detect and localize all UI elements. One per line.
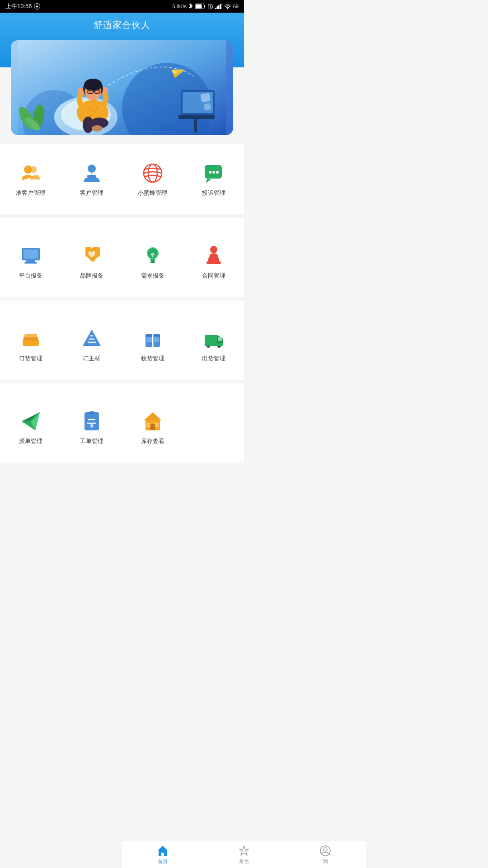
material-order-icon (80, 327, 103, 350)
workorder-mgmt-label: 工单管理 (80, 438, 103, 445)
menu-item-customer-mgmt[interactable]: 客户管理 (61, 153, 122, 205)
order-mgmt-icon (19, 327, 42, 350)
svg-point-64 (209, 171, 211, 174)
svg-marker-81 (83, 330, 101, 346)
contract-mgmt-label: 合同管理 (202, 272, 225, 280)
svg-rect-12 (218, 5, 220, 9)
menu-item-material-order[interactable]: 订主材 (61, 319, 122, 371)
prospect-mgmt-label: 准客户管理 (16, 189, 45, 197)
complaint-mgmt-icon (202, 161, 225, 185)
demand-record-icon (141, 244, 164, 268)
svg-rect-10 (215, 8, 216, 9)
menu-item-receive-mgmt[interactable]: 收货管理 (122, 319, 183, 371)
svg-rect-106 (150, 424, 155, 430)
network-speed: 5.8K/s (173, 4, 187, 9)
bluetooth-icon (188, 3, 193, 9)
svg-point-32 (87, 108, 89, 111)
svg-rect-68 (23, 250, 38, 259)
svg-rect-89 (153, 337, 159, 342)
svg-rect-76 (208, 258, 219, 261)
signal-icon (215, 4, 222, 9)
menu-grid-1: 准客户管理 客户管理 (0, 153, 244, 205)
svg-rect-27 (204, 103, 211, 110)
svg-point-56 (30, 166, 37, 173)
menu-section-4: 派单管理 (0, 392, 244, 462)
flash-icon (34, 3, 40, 9)
svg-point-75 (210, 246, 217, 253)
svg-marker-63 (206, 179, 211, 183)
contract-mgmt-icon (202, 244, 225, 268)
menu-grid-2: 平台报备 品牌报备 (0, 236, 244, 288)
menu-item-ship-mgmt[interactable]: 出货管理 (183, 319, 244, 371)
menu-item-bee-mgmt[interactable]: 小蜜蜂管理 (122, 153, 183, 205)
complaint-mgmt-label: 投诉管理 (202, 189, 225, 197)
menu-item-demand-record[interactable]: 需求报备 (122, 236, 183, 288)
svg-rect-78 (23, 340, 39, 346)
svg-point-60 (144, 164, 162, 182)
main-content: 准客户管理 客户管理 (0, 144, 244, 462)
svg-rect-49 (95, 90, 99, 93)
brand-record-label: 品牌报备 (80, 272, 103, 280)
svg-point-35 (96, 108, 99, 110)
status-time-area: 上午10:56 (5, 2, 40, 10)
battery-level: 69 (233, 4, 239, 9)
banner-illustration (11, 40, 233, 135)
banner-card (11, 40, 233, 135)
receive-mgmt-label: 收货管理 (141, 355, 164, 363)
svg-point-66 (216, 171, 219, 174)
bee-mgmt-label: 小蜜蜂管理 (138, 189, 167, 197)
receive-mgmt-icon (141, 327, 164, 350)
battery-icon (195, 4, 206, 9)
svg-line-7 (210, 7, 211, 8)
svg-point-65 (212, 171, 215, 174)
svg-rect-80 (24, 334, 37, 338)
menu-grid-3: 订货管理 订主材 (0, 319, 244, 371)
svg-point-33 (93, 111, 95, 113)
menu-item-complaint-mgmt[interactable]: 投诉管理 (183, 153, 244, 205)
svg-point-57 (88, 165, 96, 173)
menu-item-prospect-mgmt[interactable]: 准客户管理 (0, 153, 61, 205)
svg-marker-105 (145, 413, 161, 420)
svg-point-37 (83, 117, 94, 133)
ship-mgmt-label: 出货管理 (202, 355, 225, 363)
svg-rect-26 (201, 93, 211, 103)
svg-point-34 (89, 115, 92, 117)
svg-rect-69 (26, 260, 35, 262)
menu-section-2: 平台报备 品牌报备 (0, 227, 244, 297)
svg-rect-95 (205, 343, 223, 346)
svg-rect-23 (194, 119, 197, 132)
order-mgmt-label: 订货管理 (19, 355, 42, 363)
inventory-icon (141, 410, 164, 433)
menu-item-order-mgmt[interactable]: 订货管理 (0, 319, 61, 371)
menu-item-workorder-mgmt[interactable]: 工单管理 (61, 401, 122, 453)
svg-rect-28 (178, 115, 215, 118)
divider-3 (0, 380, 244, 383)
bee-mgmt-icon (141, 161, 164, 185)
svg-rect-88 (146, 337, 152, 342)
svg-rect-72 (150, 261, 155, 263)
svg-rect-14 (221, 4, 222, 9)
ship-mgmt-icon (202, 327, 225, 350)
dispatch-mgmt-icon (19, 410, 42, 433)
platform-record-icon (19, 244, 42, 268)
svg-rect-92 (218, 337, 222, 341)
banner-wrapper (0, 40, 244, 135)
svg-marker-1 (36, 4, 38, 9)
menu-item-brand-record[interactable]: 品牌报备 (61, 236, 122, 288)
customer-mgmt-label: 客户管理 (80, 189, 103, 197)
svg-rect-11 (216, 6, 218, 9)
menu-item-platform-record[interactable]: 平台报备 (0, 236, 61, 288)
wifi-icon (224, 4, 231, 9)
svg-point-15 (227, 8, 228, 9)
nav-spacer (0, 462, 244, 494)
alarm-icon (207, 4, 213, 9)
menu-item-inventory[interactable]: 库存查看 (122, 401, 183, 453)
status-indicators: 5.8K/s (173, 3, 239, 9)
prospect-mgmt-icon (19, 161, 42, 185)
svg-point-38 (92, 125, 103, 132)
menu-item-dispatch-mgmt[interactable]: 派单管理 (0, 401, 61, 453)
menu-item-contract-mgmt[interactable]: 合同管理 (183, 236, 244, 288)
svg-rect-70 (24, 262, 37, 264)
workorder-mgmt-icon (80, 410, 103, 433)
dispatch-mgmt-label: 派单管理 (19, 438, 42, 445)
